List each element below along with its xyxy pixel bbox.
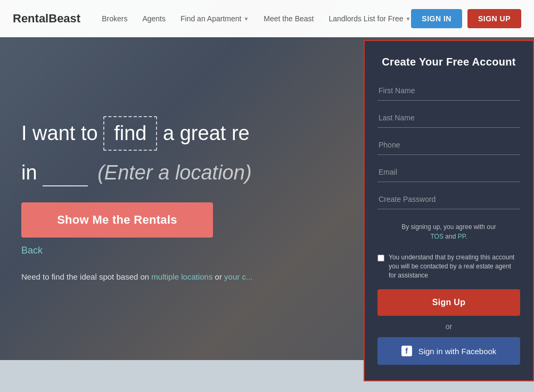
signup-submit-button[interactable]: Sign Up (377, 289, 520, 316)
brand-name-regular: Rental (13, 12, 48, 25)
first-name-input[interactable] (377, 81, 520, 101)
signup-title: Create Your Free Account (377, 56, 520, 68)
checkbox-row: You understand that by creating this acc… (377, 253, 520, 280)
brand-name-bold: Beast (48, 12, 80, 25)
brand-logo: RentalBeast (13, 12, 80, 26)
nav-link-agents[interactable]: Agents (142, 14, 166, 23)
hero-line1-suffix: a great re (163, 122, 250, 144)
or-divider: or (377, 322, 520, 331)
facebook-icon: f (401, 346, 412, 356)
agent-contact-checkbox[interactable] (377, 255, 384, 262)
facebook-button-label: Sign in with Facebook (418, 347, 497, 356)
facebook-signin-button[interactable]: f Sign in with Facebook (377, 337, 520, 365)
chevron-down-icon: ▼ (243, 16, 249, 22)
signin-button[interactable]: SIGN IN (411, 9, 462, 28)
nav-link-meet-beast[interactable]: Meet the Beast (264, 14, 314, 23)
nav-link-brokers[interactable]: Brokers (102, 14, 127, 23)
signup-nav-button[interactable]: SIGN UP (467, 9, 521, 28)
nav-links: Brokers Agents Find an Apartment ▼ Meet … (102, 14, 411, 23)
show-rentals-button[interactable]: Show Me the Rentals (21, 202, 213, 238)
nav-link-find-apartment[interactable]: Find an Apartment ▼ (180, 14, 249, 23)
pp-link[interactable]: PP (458, 233, 465, 240)
hero-in-text: in (21, 161, 37, 184)
hero-line1-prefix: I want to (21, 122, 98, 144)
tos-text: By signing up, you agree with our TOS an… (377, 222, 520, 241)
email-input[interactable] (377, 162, 520, 182)
signup-panel: Create Your Free Account By signing up, … (364, 40, 534, 381)
nav-buttons: SIGN IN SIGN UP (411, 9, 521, 28)
tos-link[interactable]: TOS (431, 233, 443, 240)
your-criteria-link[interactable]: your c... (224, 272, 252, 281)
chevron-down-icon-2: ▼ (406, 16, 411, 22)
hero-section: I want to find a great re in (Enter a lo… (0, 37, 362, 360)
last-name-input[interactable] (377, 108, 520, 128)
navbar: RentalBeast Brokers Agents Find an Apart… (0, 0, 534, 37)
nav-link-landlords[interactable]: Landlords List for Free ▼ (328, 14, 410, 23)
hero-location-line: in (Enter a location) (21, 161, 341, 186)
location-underline (43, 161, 87, 186)
multiple-locations-link[interactable]: multiple locations (151, 272, 212, 281)
hero-action-dropdown[interactable]: find (103, 116, 157, 151)
back-button[interactable]: Back (21, 245, 213, 256)
checkbox-label: You understand that by creating this acc… (389, 253, 520, 280)
password-input[interactable] (377, 190, 520, 209)
hero-headline: I want to find a great re (21, 116, 341, 151)
location-placeholder[interactable]: (Enter a location) (97, 161, 251, 184)
phone-input[interactable] (377, 135, 520, 155)
hero-sub-text: Need to find the ideal spot based on mul… (21, 272, 341, 281)
